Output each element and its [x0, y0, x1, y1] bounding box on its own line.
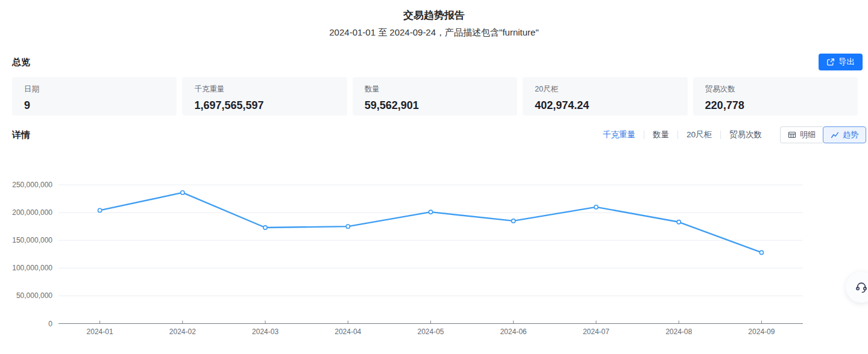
view-toggle-detail-button[interactable]: 明细 [780, 126, 823, 143]
stat-label: 贸易次数 [705, 84, 846, 95]
svg-text:2024-04: 2024-04 [335, 328, 361, 336]
metric-tab-trade-count[interactable]: 贸易次数 [729, 129, 762, 140]
stat-card-weight-kg: 千克重量 1,697,565,597 [182, 77, 347, 116]
export-icon [826, 58, 835, 66]
stat-value: 402,974.24 [535, 99, 675, 112]
stat-card-quantity: 数量 59,562,901 [353, 77, 517, 116]
tab-divider [644, 131, 644, 139]
tab-divider [678, 131, 678, 139]
svg-text:2024-07: 2024-07 [583, 328, 609, 336]
view-toggle-trend-button[interactable]: 趋势 [823, 126, 866, 143]
metric-tab-quantity[interactable]: 数量 [653, 129, 669, 140]
svg-text:200,000,000: 200,000,000 [12, 208, 52, 217]
stat-label: 数量 [365, 84, 505, 95]
svg-text:2024-05: 2024-05 [417, 328, 444, 336]
stat-label: 20尺柜 [535, 84, 675, 95]
stat-card-teu: 20尺柜 402,974.24 [523, 77, 687, 116]
stat-card-trade-count: 贸易次数 220,778 [693, 77, 858, 116]
stat-value: 220,778 [705, 99, 846, 112]
svg-text:2024-03: 2024-03 [252, 328, 278, 336]
report-subtitle: 2024-01-01 至 2024-09-24，产品描述包含"furniture… [0, 27, 868, 39]
svg-text:250,000,000: 250,000,000 [12, 181, 52, 189]
svg-text:100,000,000: 100,000,000 [12, 264, 52, 272]
view-toggle-detail-label: 明细 [800, 129, 816, 140]
metric-tab-teu[interactable]: 20尺柜 [687, 129, 712, 140]
svg-text:2024-01: 2024-01 [87, 328, 113, 336]
headset-icon [855, 281, 868, 294]
details-controls: 千克重量 数量 20尺柜 贸易次数 明细 [603, 126, 866, 144]
page-title: 交易趋势报告 [0, 8, 868, 22]
stat-label: 日期 [24, 84, 165, 95]
view-toggle: 明细 趋势 [780, 126, 866, 143]
svg-text:2024-09: 2024-09 [748, 328, 775, 336]
tab-divider [720, 131, 721, 139]
svg-text:2024-06: 2024-06 [500, 328, 527, 336]
view-toggle-trend-label: 趋势 [843, 129, 858, 140]
stat-value: 9 [24, 99, 165, 112]
svg-text:2024-02: 2024-02 [169, 328, 196, 336]
svg-text:0: 0 [48, 320, 52, 328]
stat-value: 59,562,901 [365, 99, 505, 112]
export-button[interactable]: 导出 [819, 54, 863, 70]
svg-text:50,000,000: 50,000,000 [16, 291, 52, 300]
stat-value: 1,697,565,597 [194, 99, 335, 112]
stat-card-date: 日期 9 [12, 77, 177, 116]
details-heading: 详情 [12, 129, 30, 141]
overview-cards: 日期 9 千克重量 1,697,565,597 数量 59,562,901 20… [12, 77, 858, 116]
stat-label: 千克重量 [194, 84, 335, 95]
report-page: 交易趋势报告 2024-01-01 至 2024-09-24，产品描述包含"fu… [0, 0, 868, 354]
export-label: 导出 [838, 57, 855, 67]
overview-heading: 总览 [12, 57, 30, 68]
metric-tabs: 千克重量 数量 20尺柜 贸易次数 [603, 129, 762, 140]
table-icon [788, 131, 796, 139]
metric-tab-weight-kg[interactable]: 千克重量 [603, 129, 635, 140]
svg-text:150,000,000: 150,000,000 [12, 236, 52, 244]
trend-chart: 050,000,000100,000,000150,000,000200,000… [0, 154, 868, 354]
svg-text:2024-08: 2024-08 [665, 328, 692, 336]
trend-icon [831, 131, 839, 139]
